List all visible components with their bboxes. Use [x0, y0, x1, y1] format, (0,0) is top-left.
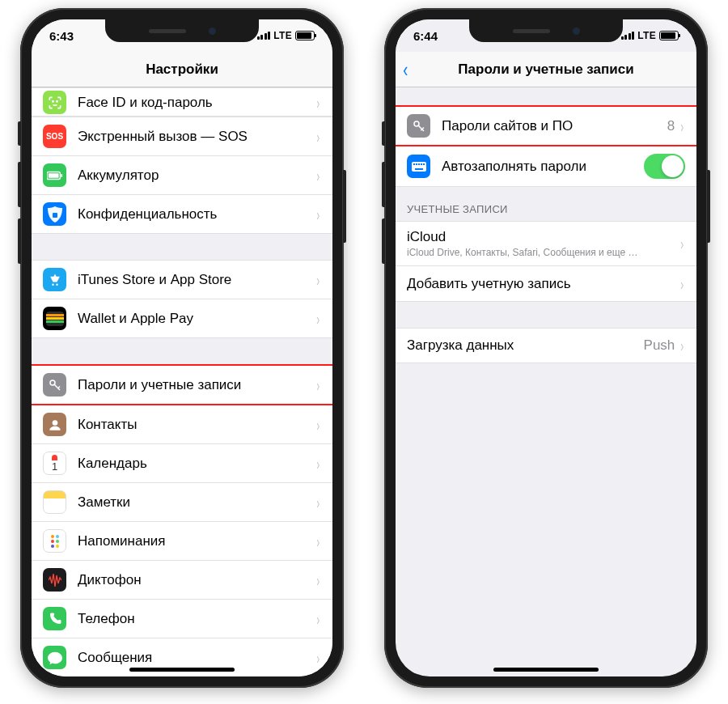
- battery-icon: [295, 31, 315, 40]
- chevron-right-icon: ›: [317, 650, 320, 666]
- row-label: iTunes Store и App Store: [78, 272, 315, 288]
- notch: [469, 19, 623, 42]
- svg-point-6: [52, 283, 54, 286]
- row-label: Wallet и Apple Pay: [78, 311, 315, 327]
- chevron-right-icon: ›: [317, 572, 320, 588]
- svg-rect-21: [423, 163, 425, 165]
- section-header-accounts: УЧЕТНЫЕ ЗАПИСИ: [396, 187, 696, 221]
- row-site-passwords[interactable]: Пароли сайтов и ПО 8 ›: [396, 105, 696, 146]
- row-label: Заметки: [78, 494, 315, 511]
- chevron-left-icon: ‹: [403, 59, 408, 80]
- row-rem[interactable]: Напоминания›: [32, 522, 332, 561]
- svg-point-0: [52, 100, 53, 101]
- keys-icon: [43, 373, 66, 397]
- carrier-label: LTE: [273, 30, 292, 41]
- row-cont[interactable]: Контакты›: [32, 405, 332, 444]
- keyboard-icon: [407, 155, 430, 178]
- chevron-right-icon: ›: [317, 272, 320, 288]
- svg-rect-17: [413, 163, 415, 165]
- phone-right: 6:44 LTE ‹ Пароли и учетные записи Парол…: [384, 8, 708, 688]
- svg-rect-20: [421, 163, 422, 165]
- back-button[interactable]: ‹: [402, 52, 409, 87]
- row-label: Загрузка данных: [407, 337, 644, 354]
- row-batt[interactable]: Аккумулятор›: [32, 156, 332, 195]
- row-label: iCloud: [407, 229, 679, 245]
- chevron-right-icon: ›: [317, 533, 320, 549]
- passwords-accounts-list[interactable]: Пароли сайтов и ПО 8 › Автозаполнять пар…: [396, 87, 696, 676]
- row-cal[interactable]: 1Календарь›: [32, 444, 332, 483]
- settings-list[interactable]: Face ID и код-пароль›SOSЭкстренный вызов…: [32, 87, 332, 676]
- svg-rect-9: [46, 314, 64, 316]
- row-priv[interactable]: Конфиденциальность›: [32, 195, 332, 234]
- row-keys[interactable]: Пароли и учетные записи›: [32, 364, 332, 405]
- rem-icon: [43, 529, 66, 553]
- row-phone[interactable]: Телефон›: [32, 600, 332, 638]
- row-label: Диктофон: [78, 572, 315, 588]
- page-title: Настройки: [146, 61, 218, 78]
- home-indicator[interactable]: [493, 668, 599, 672]
- cont-icon: [43, 413, 66, 436]
- row-detail: Push: [644, 337, 675, 354]
- row-label: Автозаполнять пароли: [442, 159, 644, 175]
- row-add-account[interactable]: Добавить учетную запись ›: [396, 266, 696, 302]
- store-icon: [43, 268, 66, 291]
- row-voice[interactable]: Диктофон›: [32, 561, 332, 600]
- signal-icon: [257, 32, 271, 40]
- row-store[interactable]: iTunes Store и App Store›: [32, 260, 332, 299]
- status-time: 6:44: [413, 29, 438, 43]
- row-sublabel: iCloud Drive, Контакты, Safari, Сообщени…: [407, 247, 641, 258]
- status-time: 6:43: [49, 29, 74, 43]
- row-notes[interactable]: Заметки›: [32, 483, 332, 522]
- chevron-right-icon: ›: [681, 276, 684, 292]
- row-label: Телефон: [78, 611, 315, 627]
- svg-rect-5: [53, 213, 57, 218]
- chevron-right-icon: ›: [317, 377, 320, 393]
- chevron-right-icon: ›: [681, 118, 684, 134]
- svg-point-13: [52, 420, 57, 426]
- svg-rect-22: [415, 168, 423, 170]
- row-label: Аккумулятор: [78, 168, 315, 184]
- page-title: Пароли и учетные записи: [458, 61, 633, 78]
- row-detail: 8: [667, 118, 675, 134]
- nav-bar: ‹ Пароли и учетные записи: [396, 52, 696, 87]
- row-wallet[interactable]: Wallet и Apple Pay›: [32, 299, 332, 338]
- nav-bar: Настройки: [32, 52, 332, 87]
- chevron-right-icon: ›: [317, 95, 320, 111]
- home-indicator[interactable]: [129, 668, 235, 672]
- svg-rect-18: [416, 163, 417, 165]
- chevron-right-icon: ›: [317, 129, 320, 145]
- chevron-right-icon: ›: [317, 494, 320, 511]
- row-sos[interactable]: SOSЭкстренный вызов — SOS›: [32, 117, 332, 156]
- chevron-right-icon: ›: [317, 456, 320, 472]
- svg-rect-4: [61, 174, 62, 177]
- chevron-right-icon: ›: [317, 168, 320, 184]
- notes-icon: [43, 490, 66, 514]
- row-label: Пароли и учетные записи: [78, 377, 315, 393]
- chevron-right-icon: ›: [681, 235, 684, 252]
- svg-point-1: [56, 100, 57, 101]
- svg-rect-16: [412, 162, 426, 172]
- row-autofill[interactable]: Автозаполнять пароли: [396, 146, 696, 187]
- chevron-right-icon: ›: [317, 206, 320, 223]
- phone-left: 6:43 LTE Настройки Face ID и код-пароль›…: [20, 8, 344, 688]
- carrier-label: LTE: [637, 30, 656, 41]
- row-label: Контакты: [78, 417, 315, 433]
- row-label: Календарь: [78, 456, 315, 472]
- autofill-toggle[interactable]: [644, 154, 685, 179]
- row-label: Экстренный вызов — SOS: [78, 129, 315, 145]
- svg-rect-19: [418, 163, 420, 165]
- voice-icon: [43, 568, 66, 592]
- row-fetch-data[interactable]: Загрузка данных Push ›: [396, 328, 696, 363]
- chevron-right-icon: ›: [317, 311, 320, 327]
- row-label: Face ID и код-пароль: [78, 95, 315, 111]
- row-icloud-account[interactable]: iCloud iCloud Drive, Контакты, Safari, С…: [396, 221, 696, 266]
- msg-icon: [43, 646, 66, 669]
- svg-rect-3: [48, 173, 58, 177]
- batt-icon: [43, 163, 66, 187]
- row-face[interactable]: Face ID и код-пароль›: [32, 87, 332, 117]
- row-label: Пароли сайтов и ПО: [442, 118, 667, 134]
- battery-icon: [659, 31, 679, 40]
- cal-icon: 1: [43, 452, 66, 475]
- phone-icon: [43, 607, 66, 630]
- wallet-icon: [43, 307, 66, 330]
